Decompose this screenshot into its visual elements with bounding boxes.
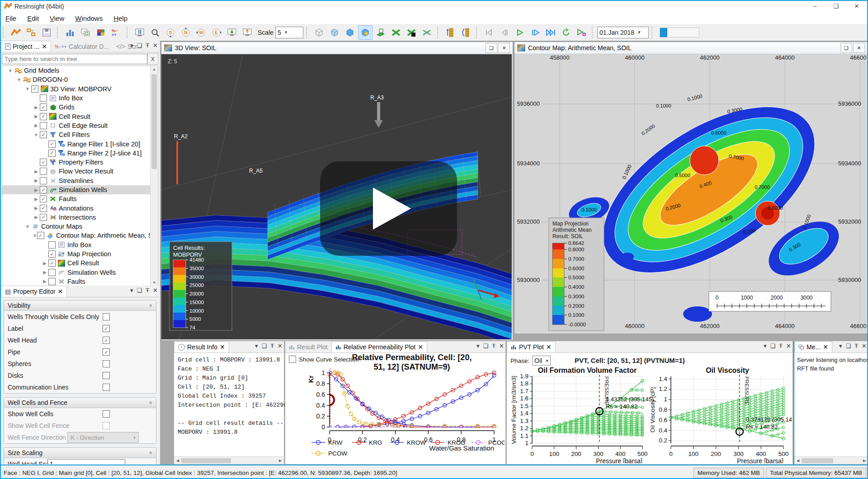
dock-pin-icon[interactable]: Ŧ [779,343,783,349]
scale-select[interactable]: 5▾ [275,27,303,38]
expander-icon[interactable]: ▶ [41,279,48,284]
prop-checkbox[interactable] [103,422,110,429]
measure-polyline-button-icon[interactable] [458,25,473,40]
anim-step-back-button-icon[interactable] [497,25,512,40]
measure-distance-button-icon[interactable] [443,25,458,40]
tree-checkbox[interactable]: ✓ [48,259,56,267]
view-down-button-icon[interactable] [225,25,239,40]
tree-item-grids[interactable]: ▶✓Grids [2,103,158,112]
expander-icon[interactable]: ▼ [24,86,31,91]
tree-checkbox[interactable]: ✓ [40,186,47,193]
view-east-button-icon[interactable]: E [209,25,224,40]
expander-icon[interactable]: ▶ [33,114,40,119]
tree-item-faults[interactable]: ▶Faults [2,277,158,286]
split-view-button-icon[interactable] [132,25,147,40]
menu-windows[interactable]: Windows [70,13,108,23]
tab-pvt-plot[interactable]: PVT Plot ✕ [507,341,556,352]
tab-close-icon[interactable]: ✕ [546,343,552,351]
tree-checkbox[interactable] [40,168,47,175]
menu-edit[interactable]: Edit [22,13,44,23]
tab-relperm-plot[interactable]: Relative Permeability Plot ✕ [331,341,427,352]
dock-close-icon[interactable]: ✕ [153,287,158,294]
prop-checkbox[interactable] [103,384,110,391]
dock-close-icon[interactable]: ✕ [278,343,283,349]
anim-settings-button-icon[interactable] [574,25,589,40]
prop-checkbox[interactable]: ✓ [103,348,110,356]
collapse-icon[interactable]: « [148,401,154,404]
prop-checkbox[interactable] [103,360,110,367]
grid-statistics-button-icon[interactable] [94,25,108,40]
intersection-button-icon[interactable] [389,25,403,40]
expander-icon[interactable]: ▶ [33,215,40,220]
tree-item-grid-models[interactable]: ▼Grid Models [2,66,158,75]
tree-item-info-box[interactable]: Info Box [2,94,158,103]
tree-checkbox[interactable]: ✓ [48,250,56,258]
menu-help[interactable]: Help [108,13,133,23]
anim-repeat-button-icon[interactable] [559,25,573,40]
dock-float-icon[interactable]: ❏ [770,343,775,349]
view-north-button-icon[interactable]: N [179,25,193,40]
tab-property-editor[interactable]: ▤ Property Editor ✕ [1,286,67,297]
close-button[interactable]: ✕ [846,0,867,12]
expander-icon[interactable]: ▶ [41,261,48,266]
expander-icon[interactable]: ▶ [33,123,40,128]
expander-icon[interactable]: ▶ [33,105,40,110]
snapshot-button-icon[interactable] [78,25,93,40]
intersection-edit-button-icon[interactable] [404,25,419,40]
tree-item-map-projection[interactable]: ✓Map Projection [2,249,158,258]
contour-title-bar[interactable]: Contour Map: Arithmetic Mean, SOIL ❏ ✕ [514,42,868,54]
title-bar[interactable]: ResInsight (64bit) – ❑ ✕ [0,0,868,12]
minimize-button[interactable]: – [805,0,826,12]
mdi-restore-button[interactable]: ❏ [486,43,497,53]
prop-checkbox[interactable]: ✓ [103,325,110,332]
contour-map-viewport[interactable]: 0.10000.10000.30000.20000.60000.70000.10… [514,54,867,333]
mdi-close-button[interactable]: ✕ [853,43,865,53]
view3d-title-bar[interactable]: 3D View: SOIL ❏ ✕ [161,42,513,54]
polyline-intersection-button-icon[interactable] [420,25,434,40]
dock-close-icon[interactable]: ✕ [862,343,867,349]
tab-result-info[interactable]: i Result Info ✕ [174,341,229,352]
tree-item-cell-result[interactable]: ▶✓Cell Result [2,258,158,268]
tree-checkbox[interactable]: ✓ [48,141,56,148]
expander-icon[interactable]: ▶ [41,270,48,275]
tab-close-icon[interactable]: ✕ [220,343,225,351]
tree-item-flow-vector-result[interactable]: ▶Flow Vector Result [2,167,158,176]
expander-icon[interactable]: ▶ [33,178,40,183]
video-play-overlay[interactable] [320,161,457,256]
expander-icon[interactable]: ▼ [24,224,31,229]
tab-close-icon[interactable]: ✕ [823,343,828,351]
tree-checkbox[interactable]: ✓ [48,150,56,157]
dock-menu-icon[interactable]: ▾ [476,343,480,349]
tree-checkbox[interactable] [48,241,56,249]
anim-play-button-icon[interactable] [513,25,527,40]
tree-checkbox[interactable] [48,278,56,285]
project-tree-button-icon[interactable] [24,25,38,40]
view-west-button-icon[interactable]: W [194,25,208,40]
dock-float-icon[interactable]: ❏ [845,343,851,349]
tab-project[interactable]: Project ... ✕ [1,41,51,52]
prop-checkbox[interactable]: ✓ [103,337,110,344]
zoom-all-button-icon[interactable] [148,25,162,40]
tree-checkbox[interactable] [40,177,47,184]
mdi-restore-button[interactable]: ❏ [840,43,852,53]
dock-float-icon[interactable]: ❏ [137,287,142,294]
expander-icon[interactable]: ▼ [15,77,23,82]
tab-close-icon[interactable]: ✕ [42,43,47,50]
expander-icon[interactable]: ▼ [7,68,14,73]
tree-item-contour-map-arithmetic-mean-soil[interactable]: ▼✓Contour Map: Arithmetic Mean, SOIL [2,231,158,240]
tree-checkbox[interactable]: ✓ [40,205,47,212]
dock-pin-icon[interactable]: Ŧ [146,287,149,294]
phase-select[interactable]: Oil▾ [532,356,551,366]
dock-menu-icon[interactable]: ▾ [130,287,133,294]
tree-checkbox[interactable]: ✓ [31,85,38,93]
dock-float-icon[interactable]: ❏ [137,42,142,49]
collapse-icon[interactable]: « [148,304,154,307]
tab-close-icon[interactable]: ✕ [58,288,63,295]
anim-first-button-icon[interactable] [482,25,496,40]
tree-item-intersections[interactable]: ▶✓Intersections [2,213,158,222]
result-info-hscrollbar[interactable]: ◀▶ [174,456,284,464]
tree-item-faults[interactable]: ▶✓Faults [2,194,158,203]
menu-view[interactable]: View [44,13,70,23]
cube-selected-button-icon[interactable] [358,25,373,40]
tree-item-cell-result[interactable]: ▶✓Cell Result [2,112,158,121]
